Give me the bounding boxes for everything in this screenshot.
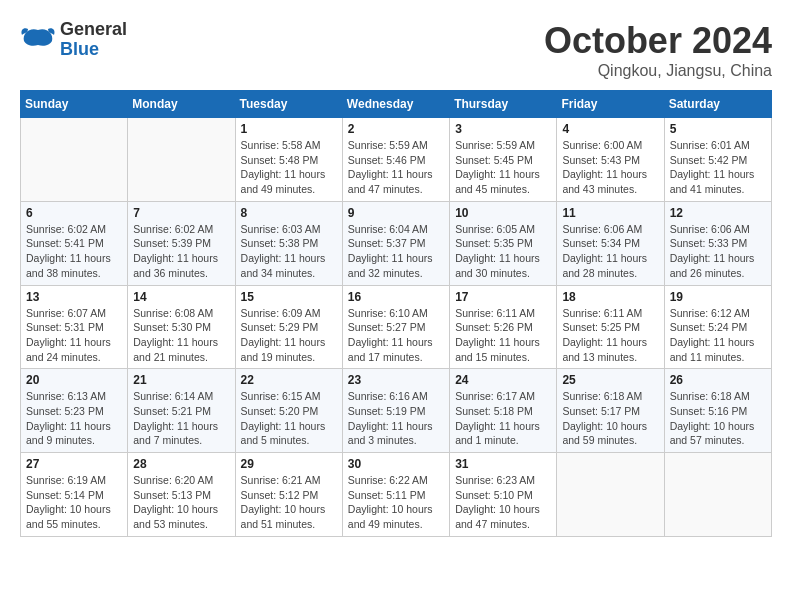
day-info: Sunrise: 6:02 AMSunset: 5:41 PMDaylight:…	[26, 222, 122, 281]
calendar-day-cell: 8Sunrise: 6:03 AMSunset: 5:38 PMDaylight…	[235, 201, 342, 285]
calendar-day-cell: 30Sunrise: 6:22 AMSunset: 5:11 PMDayligh…	[342, 453, 449, 537]
calendar-day-cell: 31Sunrise: 6:23 AMSunset: 5:10 PMDayligh…	[450, 453, 557, 537]
calendar-day-cell: 9Sunrise: 6:04 AMSunset: 5:37 PMDaylight…	[342, 201, 449, 285]
day-info: Sunrise: 6:11 AMSunset: 5:25 PMDaylight:…	[562, 306, 658, 365]
calendar-day-cell: 22Sunrise: 6:15 AMSunset: 5:20 PMDayligh…	[235, 369, 342, 453]
calendar-day-cell: 4Sunrise: 6:00 AMSunset: 5:43 PMDaylight…	[557, 118, 664, 202]
calendar-day-cell: 19Sunrise: 6:12 AMSunset: 5:24 PMDayligh…	[664, 285, 771, 369]
calendar-day-cell: 11Sunrise: 6:06 AMSunset: 5:34 PMDayligh…	[557, 201, 664, 285]
day-number: 15	[241, 290, 337, 304]
day-number: 30	[348, 457, 444, 471]
calendar-day-cell: 28Sunrise: 6:20 AMSunset: 5:13 PMDayligh…	[128, 453, 235, 537]
calendar-day-cell: 2Sunrise: 5:59 AMSunset: 5:46 PMDaylight…	[342, 118, 449, 202]
weekday-header-monday: Monday	[128, 91, 235, 118]
weekday-header-friday: Friday	[557, 91, 664, 118]
day-info: Sunrise: 6:18 AMSunset: 5:17 PMDaylight:…	[562, 389, 658, 448]
calendar-week-row: 27Sunrise: 6:19 AMSunset: 5:14 PMDayligh…	[21, 453, 772, 537]
day-number: 12	[670, 206, 766, 220]
calendar-day-cell: 21Sunrise: 6:14 AMSunset: 5:21 PMDayligh…	[128, 369, 235, 453]
logo-text: General Blue	[60, 20, 127, 60]
day-info: Sunrise: 6:17 AMSunset: 5:18 PMDaylight:…	[455, 389, 551, 448]
day-info: Sunrise: 6:13 AMSunset: 5:23 PMDaylight:…	[26, 389, 122, 448]
day-number: 28	[133, 457, 229, 471]
title-block: October 2024 Qingkou, Jiangsu, China	[544, 20, 772, 80]
calendar-day-cell: 12Sunrise: 6:06 AMSunset: 5:33 PMDayligh…	[664, 201, 771, 285]
day-info: Sunrise: 6:06 AMSunset: 5:34 PMDaylight:…	[562, 222, 658, 281]
calendar-day-cell: 15Sunrise: 6:09 AMSunset: 5:29 PMDayligh…	[235, 285, 342, 369]
weekday-header-wednesday: Wednesday	[342, 91, 449, 118]
day-number: 26	[670, 373, 766, 387]
calendar-day-cell: 27Sunrise: 6:19 AMSunset: 5:14 PMDayligh…	[21, 453, 128, 537]
day-number: 4	[562, 122, 658, 136]
calendar-day-cell	[557, 453, 664, 537]
calendar-day-cell	[128, 118, 235, 202]
day-number: 29	[241, 457, 337, 471]
day-number: 14	[133, 290, 229, 304]
day-number: 19	[670, 290, 766, 304]
logo: General Blue	[20, 20, 127, 60]
day-number: 31	[455, 457, 551, 471]
calendar-day-cell: 14Sunrise: 6:08 AMSunset: 5:30 PMDayligh…	[128, 285, 235, 369]
day-info: Sunrise: 6:23 AMSunset: 5:10 PMDaylight:…	[455, 473, 551, 532]
day-info: Sunrise: 6:11 AMSunset: 5:26 PMDaylight:…	[455, 306, 551, 365]
day-number: 23	[348, 373, 444, 387]
weekday-header-saturday: Saturday	[664, 91, 771, 118]
day-info: Sunrise: 6:14 AMSunset: 5:21 PMDaylight:…	[133, 389, 229, 448]
day-info: Sunrise: 5:59 AMSunset: 5:45 PMDaylight:…	[455, 138, 551, 197]
calendar-day-cell: 23Sunrise: 6:16 AMSunset: 5:19 PMDayligh…	[342, 369, 449, 453]
day-number: 7	[133, 206, 229, 220]
calendar-day-cell	[21, 118, 128, 202]
calendar-day-cell: 17Sunrise: 6:11 AMSunset: 5:26 PMDayligh…	[450, 285, 557, 369]
day-info: Sunrise: 6:22 AMSunset: 5:11 PMDaylight:…	[348, 473, 444, 532]
day-number: 18	[562, 290, 658, 304]
calendar-title: October 2024	[544, 20, 772, 62]
day-number: 10	[455, 206, 551, 220]
calendar-week-row: 20Sunrise: 6:13 AMSunset: 5:23 PMDayligh…	[21, 369, 772, 453]
calendar-day-cell: 7Sunrise: 6:02 AMSunset: 5:39 PMDaylight…	[128, 201, 235, 285]
calendar-week-row: 1Sunrise: 5:58 AMSunset: 5:48 PMDaylight…	[21, 118, 772, 202]
day-number: 16	[348, 290, 444, 304]
day-info: Sunrise: 6:02 AMSunset: 5:39 PMDaylight:…	[133, 222, 229, 281]
day-info: Sunrise: 6:01 AMSunset: 5:42 PMDaylight:…	[670, 138, 766, 197]
calendar-day-cell: 6Sunrise: 6:02 AMSunset: 5:41 PMDaylight…	[21, 201, 128, 285]
day-number: 5	[670, 122, 766, 136]
day-number: 22	[241, 373, 337, 387]
day-info: Sunrise: 6:08 AMSunset: 5:30 PMDaylight:…	[133, 306, 229, 365]
day-info: Sunrise: 6:19 AMSunset: 5:14 PMDaylight:…	[26, 473, 122, 532]
calendar-day-cell: 29Sunrise: 6:21 AMSunset: 5:12 PMDayligh…	[235, 453, 342, 537]
day-info: Sunrise: 6:06 AMSunset: 5:33 PMDaylight:…	[670, 222, 766, 281]
day-number: 24	[455, 373, 551, 387]
calendar-day-cell: 1Sunrise: 5:58 AMSunset: 5:48 PMDaylight…	[235, 118, 342, 202]
page-header: General Blue October 2024 Qingkou, Jiang…	[20, 20, 772, 80]
day-number: 17	[455, 290, 551, 304]
logo-icon	[20, 25, 56, 55]
calendar-week-row: 13Sunrise: 6:07 AMSunset: 5:31 PMDayligh…	[21, 285, 772, 369]
calendar-day-cell: 26Sunrise: 6:18 AMSunset: 5:16 PMDayligh…	[664, 369, 771, 453]
day-info: Sunrise: 6:21 AMSunset: 5:12 PMDaylight:…	[241, 473, 337, 532]
day-number: 27	[26, 457, 122, 471]
calendar-day-cell: 25Sunrise: 6:18 AMSunset: 5:17 PMDayligh…	[557, 369, 664, 453]
day-info: Sunrise: 5:59 AMSunset: 5:46 PMDaylight:…	[348, 138, 444, 197]
day-info: Sunrise: 6:15 AMSunset: 5:20 PMDaylight:…	[241, 389, 337, 448]
calendar-day-cell: 10Sunrise: 6:05 AMSunset: 5:35 PMDayligh…	[450, 201, 557, 285]
calendar-day-cell: 16Sunrise: 6:10 AMSunset: 5:27 PMDayligh…	[342, 285, 449, 369]
day-info: Sunrise: 6:04 AMSunset: 5:37 PMDaylight:…	[348, 222, 444, 281]
day-info: Sunrise: 6:09 AMSunset: 5:29 PMDaylight:…	[241, 306, 337, 365]
day-info: Sunrise: 6:07 AMSunset: 5:31 PMDaylight:…	[26, 306, 122, 365]
calendar-day-cell: 20Sunrise: 6:13 AMSunset: 5:23 PMDayligh…	[21, 369, 128, 453]
day-number: 1	[241, 122, 337, 136]
day-number: 9	[348, 206, 444, 220]
day-info: Sunrise: 6:05 AMSunset: 5:35 PMDaylight:…	[455, 222, 551, 281]
day-info: Sunrise: 6:10 AMSunset: 5:27 PMDaylight:…	[348, 306, 444, 365]
day-info: Sunrise: 5:58 AMSunset: 5:48 PMDaylight:…	[241, 138, 337, 197]
calendar-day-cell: 5Sunrise: 6:01 AMSunset: 5:42 PMDaylight…	[664, 118, 771, 202]
day-number: 20	[26, 373, 122, 387]
calendar-table: SundayMondayTuesdayWednesdayThursdayFrid…	[20, 90, 772, 537]
day-number: 2	[348, 122, 444, 136]
weekday-header-thursday: Thursday	[450, 91, 557, 118]
day-info: Sunrise: 6:03 AMSunset: 5:38 PMDaylight:…	[241, 222, 337, 281]
day-number: 8	[241, 206, 337, 220]
day-info: Sunrise: 6:12 AMSunset: 5:24 PMDaylight:…	[670, 306, 766, 365]
day-number: 25	[562, 373, 658, 387]
day-number: 6	[26, 206, 122, 220]
